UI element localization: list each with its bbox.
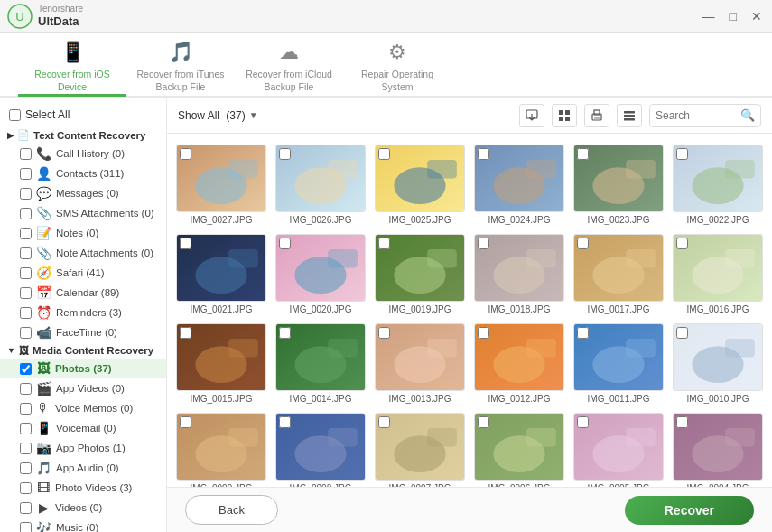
videos-checkbox[interactable]	[20, 502, 32, 514]
photo-item[interactable]: IMG_0007.JPG	[375, 413, 465, 487]
search-icon[interactable]: 🔍	[740, 108, 755, 122]
sidebar-item-photo-videos[interactable]: 🎞 Photo Videos (3)	[0, 478, 166, 498]
sidebar-item-reminders[interactable]: ⏰ Reminders (3)	[0, 303, 166, 322]
sidebar-item-sms-attach[interactable]: 📎 SMS Attachments (0)	[0, 203, 166, 223]
photo-item[interactable]: IMG_0022.JPG	[673, 145, 763, 225]
photo-item[interactable]: IMG_0016.JPG	[673, 234, 763, 314]
sidebar-item-music[interactable]: 🎶 Music (0)	[0, 518, 166, 532]
photo-checkbox[interactable]	[378, 238, 390, 249]
back-button[interactable]: Back	[185, 495, 278, 525]
search-input[interactable]	[656, 109, 737, 122]
call-history-checkbox[interactable]	[20, 148, 32, 160]
sidebar-item-app-photos[interactable]: 📷 App Photos (1)	[0, 438, 166, 458]
select-all-row[interactable]: Select All	[0, 105, 166, 126]
show-all-button[interactable]: Show All (37) ▼	[178, 109, 258, 122]
voice-memos-checkbox[interactable]	[20, 403, 32, 415]
photo-checkbox[interactable]	[180, 148, 191, 160]
maximize-button[interactable]: □	[727, 9, 739, 23]
photo-checkbox[interactable]	[378, 148, 390, 160]
sidebar-item-videos[interactable]: ▶ Videos (0)	[0, 498, 166, 518]
calendar-checkbox[interactable]	[20, 287, 32, 299]
photo-checkbox[interactable]	[279, 238, 291, 249]
section-media-header[interactable]: ▼ 🖼 Media Content Recovery	[0, 342, 166, 359]
photo-checkbox[interactable]	[577, 238, 589, 249]
photo-item[interactable]: IMG_0004.JPG	[673, 413, 763, 487]
photo-checkbox[interactable]	[478, 416, 489, 428]
minimize-button[interactable]: —	[700, 9, 718, 23]
sidebar-item-app-audio[interactable]: 🎵 App Audio (0)	[0, 458, 166, 478]
nav-icloud[interactable]: ☁ Recover from iCloudBackup File	[235, 32, 343, 97]
photo-item[interactable]: IMG_0017.JPG	[573, 234, 664, 314]
photo-checkbox[interactable]	[478, 238, 489, 249]
photo-item[interactable]: IMG_0014.JPG	[275, 323, 366, 404]
photo-item[interactable]: IMG_0018.JPG	[474, 234, 564, 314]
photo-checkbox[interactable]	[676, 327, 688, 339]
app-audio-checkbox[interactable]	[20, 462, 32, 474]
recover-button[interactable]: Recover	[625, 496, 754, 525]
photo-checkbox[interactable]	[378, 327, 390, 339]
notes-checkbox[interactable]	[20, 228, 32, 239]
photo-checkbox[interactable]	[577, 416, 589, 428]
voicemail-checkbox[interactable]	[20, 423, 32, 434]
sidebar-item-note-attach[interactable]: 📎 Note Attachments (0)	[0, 243, 166, 263]
note-attach-checkbox[interactable]	[20, 247, 32, 259]
sidebar-item-app-videos[interactable]: 🎬 App Videos (0)	[0, 378, 166, 398]
photo-checkbox[interactable]	[378, 416, 390, 428]
photo-checkbox[interactable]	[676, 238, 688, 249]
photo-item[interactable]: IMG_0010.JPG	[673, 323, 763, 404]
photo-item[interactable]: IMG_0024.JPG	[474, 145, 564, 225]
nav-repair[interactable]: ⚙ Repair OperatingSystem	[343, 32, 451, 97]
facetime-checkbox[interactable]	[20, 327, 32, 339]
sidebar-item-voice-memos[interactable]: 🎙 Voice Memos (0)	[0, 398, 166, 418]
photo-checkbox[interactable]	[279, 148, 291, 160]
photo-item[interactable]: IMG_0012.JPG	[474, 323, 564, 404]
sidebar-item-photos[interactable]: 🖼 Photos (37)	[0, 359, 166, 378]
window-controls[interactable]: — □ ✕	[700, 9, 765, 23]
messages-checkbox[interactable]	[20, 188, 32, 200]
nav-ios[interactable]: 📱 Recover from iOSDevice	[18, 32, 126, 97]
photo-item[interactable]: IMG_0026.JPG	[275, 145, 366, 225]
photo-checkbox[interactable]	[180, 416, 191, 428]
photo-item[interactable]: IMG_0027.JPG	[176, 145, 266, 225]
photos-checkbox[interactable]	[20, 363, 32, 375]
sidebar-item-contacts[interactable]: 👤 Contacts (311)	[0, 163, 166, 183]
photo-item[interactable]: IMG_0008.JPG	[275, 413, 366, 487]
sidebar-item-notes[interactable]: 📝 Notes (0)	[0, 223, 166, 243]
photo-checkbox[interactable]	[180, 238, 191, 249]
sidebar-item-facetime[interactable]: 📹 FaceTime (0)	[0, 322, 166, 342]
photo-item[interactable]: IMG_0019.JPG	[375, 234, 465, 314]
photo-checkbox[interactable]	[577, 148, 589, 160]
photo-checkbox[interactable]	[180, 327, 191, 339]
export-view-button[interactable]	[519, 104, 544, 127]
photo-item[interactable]: IMG_0006.JPG	[474, 413, 564, 487]
print-button[interactable]	[584, 104, 609, 127]
sms-attach-checkbox[interactable]	[20, 208, 32, 219]
photo-checkbox[interactable]	[676, 148, 688, 160]
app-videos-checkbox[interactable]	[20, 383, 32, 395]
photo-item[interactable]: IMG_0009.JPG	[176, 413, 266, 487]
music-checkbox[interactable]	[20, 522, 32, 533]
other-view-button[interactable]	[617, 104, 642, 127]
grid-view-button[interactable]	[552, 104, 577, 127]
photo-videos-checkbox[interactable]	[20, 482, 32, 494]
sidebar-item-calendar[interactable]: 📅 Calendar (89)	[0, 283, 166, 303]
photo-item[interactable]: IMG_0013.JPG	[375, 323, 465, 404]
photo-checkbox[interactable]	[577, 327, 589, 339]
photo-item[interactable]: IMG_0005.JPG	[573, 413, 664, 487]
photo-checkbox[interactable]	[478, 327, 489, 339]
photo-checkbox[interactable]	[676, 416, 688, 428]
app-photos-checkbox[interactable]	[20, 443, 32, 454]
sidebar-item-voicemail[interactable]: 📱 Voicemail (0)	[0, 418, 166, 438]
photo-checkbox[interactable]	[279, 327, 291, 339]
sidebar-item-safari[interactable]: 🧭 Safari (41)	[0, 263, 166, 283]
photo-item[interactable]: IMG_0015.JPG	[176, 323, 266, 404]
photo-checkbox[interactable]	[478, 148, 489, 160]
photo-checkbox[interactable]	[279, 416, 291, 428]
close-button[interactable]: ✕	[749, 9, 765, 23]
sidebar-item-call-history[interactable]: 📞 Call History (0)	[0, 144, 166, 163]
contacts-checkbox[interactable]	[20, 168, 32, 180]
nav-itunes[interactable]: 🎵 Recover from iTunesBackup File	[126, 32, 235, 97]
reminders-checkbox[interactable]	[20, 307, 32, 319]
safari-checkbox[interactable]	[20, 267, 32, 279]
select-all-checkbox[interactable]	[9, 109, 21, 121]
